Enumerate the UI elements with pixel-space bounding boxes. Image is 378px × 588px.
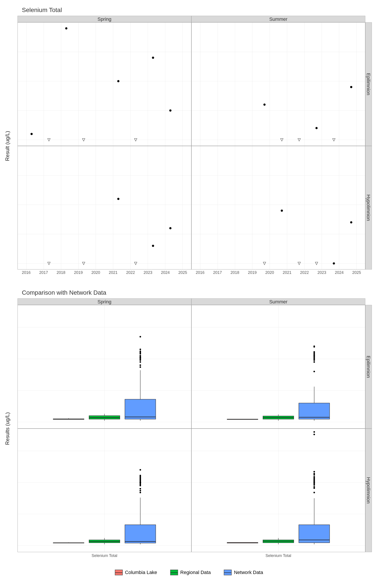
x-axis-summer-2: Selenium Total xyxy=(191,552,365,561)
row-strip-hypo: Hypolimnion xyxy=(365,146,372,269)
svg-point-16 xyxy=(117,80,120,82)
svg-point-160 xyxy=(313,345,315,347)
svg-rect-113 xyxy=(125,399,156,419)
x-axis-spring-1: 2016201720182019202020212022202320242025 xyxy=(17,269,191,278)
svg-text:2025: 2025 xyxy=(178,270,187,275)
svg-point-178 xyxy=(140,492,141,493)
chart1-title: Selenium Total xyxy=(22,7,374,13)
y-axis-label-2: Results (ug/L) xyxy=(4,305,17,552)
svg-text:2019: 2019 xyxy=(74,270,83,275)
svg-point-55 xyxy=(152,245,154,247)
svg-point-225 xyxy=(313,473,315,474)
svg-point-227 xyxy=(313,434,315,435)
svg-point-14 xyxy=(30,133,33,135)
svg-text:2020: 2020 xyxy=(265,270,274,275)
legend-label-columbia: Columbia Lake xyxy=(125,570,157,575)
legend-swatch-regional xyxy=(170,570,178,575)
svg-point-223 xyxy=(313,476,315,478)
svg-text:2018: 2018 xyxy=(230,270,239,275)
boxpanel-summer-hypo xyxy=(191,428,365,552)
legend-label-network: Network Data xyxy=(234,570,263,575)
svg-point-215 xyxy=(313,486,315,488)
svg-point-39 xyxy=(350,86,352,88)
legend-item-network: Network Data xyxy=(224,570,263,575)
boxpanel-spring-hypo: 0.00.51.01.5 xyxy=(17,428,191,552)
svg-point-150 xyxy=(313,361,315,363)
legend-item-columbia: Columbia Lake xyxy=(115,570,157,575)
y-axis-label-1: Result (ug/L) xyxy=(4,22,17,269)
svg-text:2021: 2021 xyxy=(283,270,291,275)
svg-point-77 xyxy=(350,221,352,224)
svg-text:2021: 2021 xyxy=(109,270,118,275)
svg-point-18 xyxy=(169,109,172,112)
svg-text:2022: 2022 xyxy=(300,270,309,275)
svg-text:2019: 2019 xyxy=(248,270,256,275)
svg-point-179 xyxy=(140,490,141,491)
svg-point-76 xyxy=(333,262,335,265)
svg-point-127 xyxy=(140,336,141,337)
svg-point-213 xyxy=(313,492,315,493)
svg-point-38 xyxy=(315,127,318,129)
col-strip-summer: Summer xyxy=(191,16,365,22)
svg-rect-147 xyxy=(299,403,330,419)
chart2-title: Comparison with Network Data xyxy=(22,289,374,296)
boxpanel-spring-epi: 0.00.51.01.5 xyxy=(17,305,191,428)
boxpanel-summer-epi xyxy=(191,305,365,428)
svg-text:Selenium Total: Selenium Total xyxy=(92,553,118,558)
svg-point-226 xyxy=(313,471,315,472)
svg-text:2023: 2023 xyxy=(144,270,152,275)
panel-spring-hypolimnion: 0.0400.0450.0500.055 xyxy=(17,146,191,269)
svg-point-115 xyxy=(140,366,141,368)
svg-point-17 xyxy=(152,57,154,59)
svg-point-122 xyxy=(140,355,141,356)
svg-point-190 xyxy=(140,475,141,476)
panel-summer-hypolimnion xyxy=(191,146,365,269)
svg-point-191 xyxy=(140,469,141,470)
svg-text:2017: 2017 xyxy=(39,270,48,275)
svg-point-75 xyxy=(281,210,283,212)
svg-point-116 xyxy=(140,364,141,366)
panel-summer-epilimnion xyxy=(191,22,365,146)
legend-swatch-network xyxy=(224,570,232,575)
svg-point-56 xyxy=(169,227,172,229)
svg-text:2023: 2023 xyxy=(317,270,326,275)
row-strip-epi: Epilimnion xyxy=(365,22,372,146)
svg-point-37 xyxy=(263,104,266,106)
svg-text:Selenium Total: Selenium Total xyxy=(266,553,291,558)
panel-spring-epilimnion: 0.0400.0450.0500.055 xyxy=(17,22,191,146)
svg-text:2025: 2025 xyxy=(352,270,361,275)
svg-point-125 xyxy=(140,350,141,352)
svg-point-149 xyxy=(313,371,315,372)
legend-swatch-columbia xyxy=(115,570,123,575)
svg-point-126 xyxy=(140,349,141,350)
x-axis-spring-2: Selenium Total xyxy=(17,552,191,561)
svg-rect-176 xyxy=(125,525,156,543)
box-facet-grid: Spring Summer Results (ug/L) 0.00.51.01.… xyxy=(4,298,372,561)
svg-text:2024: 2024 xyxy=(161,270,170,275)
col-strip-summer-2: Summer xyxy=(191,298,365,305)
x-axis-summer-1: 2016201720182019202020212022202320242025 xyxy=(191,269,365,278)
svg-point-158 xyxy=(313,351,315,353)
svg-text:2022: 2022 xyxy=(126,270,135,275)
svg-text:2018: 2018 xyxy=(57,270,65,275)
scatter-facet-grid: Spring Summer Result (ug/L) 0.0400.0450.… xyxy=(4,16,372,278)
svg-text:2017: 2017 xyxy=(213,270,222,275)
svg-point-15 xyxy=(65,27,67,29)
svg-point-180 xyxy=(140,488,141,490)
svg-text:2024: 2024 xyxy=(335,270,344,275)
col-strip-spring: Spring xyxy=(17,16,191,22)
legend: Columbia Lake Regional Data Network Data xyxy=(4,570,374,575)
col-strip-spring-2: Spring xyxy=(17,298,191,305)
svg-point-54 xyxy=(117,198,120,200)
legend-item-regional: Regional Data xyxy=(170,570,211,575)
svg-text:2016: 2016 xyxy=(22,270,31,275)
svg-text:2016: 2016 xyxy=(196,270,204,275)
legend-label-regional: Regional Data xyxy=(180,570,211,575)
svg-point-117 xyxy=(140,361,141,363)
svg-point-228 xyxy=(313,431,315,433)
row-strip-epi-2: Epilimnion xyxy=(365,305,372,428)
row-strip-hypo-2: Hypolimnion xyxy=(365,428,372,552)
svg-text:2020: 2020 xyxy=(92,270,100,275)
